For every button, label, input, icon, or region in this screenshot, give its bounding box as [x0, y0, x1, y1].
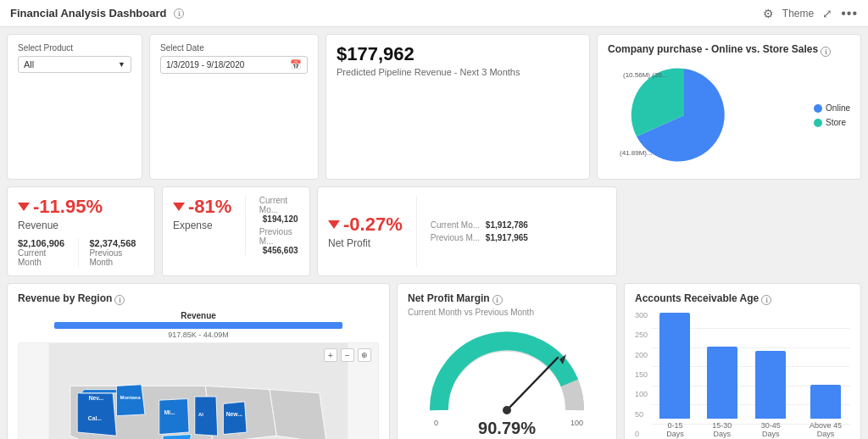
- pie-container: (10.56M) (20... (41.89M)... Online Store: [608, 60, 850, 170]
- bar-15-30: 15-30 Days: [704, 347, 741, 438]
- netprofit-card: -0.27% Net Profit Current Mo... $1,912,7…: [317, 186, 617, 276]
- map-area: Cal... Nev... Montana Mi... New... Flori…: [18, 342, 379, 439]
- ar-card: Accounts Receivable Age ℹ 300 250 200 15…: [624, 283, 861, 439]
- netprofit-curr-label: Current Mo...: [431, 220, 480, 230]
- expense-card: -81% Expense Current Mo... $194,120 Prev…: [162, 186, 310, 276]
- theme-label[interactable]: Theme: [782, 8, 814, 19]
- map-bar: [54, 322, 343, 329]
- netprofit-current: Current Mo... $1,912,786: [431, 220, 528, 230]
- legend-store: Store: [814, 118, 850, 127]
- svg-text:Montana: Montana: [120, 395, 142, 400]
- revenue-prev: $2,374,568 Previous Month: [89, 238, 144, 267]
- bar-chart-container: 300 250 200 150 100 50 0: [635, 311, 850, 438]
- legend-dot-online: [814, 104, 822, 113]
- select-product-card: Select Product All ▼: [7, 34, 142, 180]
- mid-row: -11.95% Revenue $2,106,906 Current Month…: [7, 186, 861, 276]
- expense-label: Expense: [173, 220, 231, 231]
- map-controls: + − ⊕: [324, 348, 371, 362]
- svg-text:(41.89M)...: (41.89M)...: [620, 149, 653, 157]
- svg-text:0: 0: [434, 419, 438, 427]
- revenue-prev-label: Previous Month: [89, 248, 144, 267]
- pie-info-icon[interactable]: ℹ: [821, 47, 831, 57]
- margin-subtitle: Current Month vs Previous Month: [408, 308, 606, 317]
- map-zoom-in[interactable]: +: [324, 348, 337, 362]
- more-icon[interactable]: •••: [841, 6, 858, 21]
- revenue-pct: -11.95%: [33, 196, 103, 218]
- svg-text:Cal...: Cal...: [88, 415, 102, 421]
- margin-card: Net Profit Margin ℹ Current Month vs Pre…: [397, 283, 617, 439]
- pipeline-card: $177,962 Predicted Pipeline Revenue - Ne…: [326, 34, 590, 180]
- y-100: 100: [635, 390, 648, 398]
- calendar-icon: 📅: [290, 59, 302, 70]
- y-150: 150: [635, 370, 648, 379]
- pipeline-label: Predicted Pipeline Revenue - Next 3 Mont…: [337, 67, 579, 77]
- region-info-icon[interactable]: ℹ: [114, 295, 125, 305]
- expense-inner: -81% Expense Current Mo... $194,120 Prev…: [173, 196, 299, 255]
- bar-above-45-rect: [810, 385, 841, 419]
- svg-text:Al: Al: [198, 412, 203, 417]
- select-product-dropdown[interactable]: All ▼: [18, 56, 131, 73]
- margin-title: Net Profit Margin: [408, 292, 490, 304]
- bar-30-45-rect: [755, 351, 786, 419]
- netprofit-down-icon: [328, 220, 340, 229]
- pie-chart-card: Company purchase - Online vs. Store Sale…: [597, 34, 861, 180]
- netprofit-pct: -0.27%: [343, 214, 403, 236]
- expense-prev-label: Previous M...: [259, 227, 292, 246]
- gauge-container: 0 100 90.79%: [408, 325, 606, 438]
- netprofit-left: -0.27% Net Profit: [328, 214, 403, 249]
- divider: [78, 238, 79, 267]
- netprofit-prev: Previous M... $1,917,965: [431, 233, 528, 242]
- dashboard: Select Product All ▼ Select Date 1/3/201…: [0, 27, 868, 439]
- netprofit-label: Net Profit: [328, 237, 403, 249]
- select-product-label: Select Product: [18, 43, 131, 53]
- bar-above-45: Above 45 Days: [801, 385, 850, 438]
- expense-left: -81% Expense: [173, 196, 231, 255]
- netprofit-prev-val: $1,917,965: [486, 233, 528, 242]
- pie-chart: (10.56M) (20... (41.89M)...: [608, 60, 760, 170]
- netprofit-curr-val: $1,912,786: [486, 220, 528, 230]
- svg-text:100: 100: [570, 419, 583, 427]
- bottom-row: Revenue by Region ℹ Revenue 917.85K - 44…: [7, 283, 861, 439]
- revenue-prev-val: $2,374,568: [89, 238, 144, 248]
- ar-info-icon[interactable]: ℹ: [761, 295, 771, 305]
- expense-down-icon: [173, 203, 185, 211]
- expand-icon[interactable]: ⤢: [822, 7, 832, 20]
- app-header: Financial Analysis Dashboard ℹ ⚙ Theme ⤢…: [0, 0, 868, 27]
- revenue-current-val: $2,106,906: [18, 238, 68, 248]
- bar-0-15: 0-15 Days: [659, 313, 692, 438]
- revenue-current: $2,106,906 Current Month: [18, 238, 68, 267]
- svg-text:Mi...: Mi...: [164, 409, 175, 415]
- bar-15-30-rect: [707, 347, 737, 419]
- region-card: Revenue by Region ℹ Revenue 917.85K - 44…: [7, 283, 390, 439]
- map-bar-title: Revenue: [18, 311, 379, 320]
- y-axis: 300 250 200 150 100 50 0: [635, 311, 648, 438]
- expense-pct: -81%: [188, 196, 231, 218]
- revenue-card: -11.95% Revenue $2,106,906 Current Month…: [7, 186, 155, 276]
- legend-dot-store: [814, 119, 822, 127]
- expense-prev-val: $456,603: [263, 246, 298, 255]
- pipeline-value: $177,962: [337, 43, 579, 65]
- gear-icon[interactable]: ⚙: [763, 7, 774, 20]
- margin-info-icon[interactable]: ℹ: [492, 295, 503, 305]
- bar-chart: 0-15 Days 15-30 Days 30-45 Days Above 45…: [655, 311, 850, 438]
- svg-text:New...: New...: [226, 411, 242, 417]
- svg-text:Nev...: Nev...: [89, 395, 104, 401]
- expense-prev: Previous M... $456,603: [259, 227, 299, 255]
- pie-title: Company purchase - Online vs. Store Sale…: [608, 43, 818, 55]
- revenue-sub: $2,106,906 Current Month $2,374,568 Prev…: [18, 238, 144, 267]
- header-left: Financial Analysis Dashboard ℹ: [10, 7, 184, 19]
- map-reset[interactable]: ⊕: [358, 348, 371, 362]
- expense-curr-val: $194,120: [263, 214, 298, 224]
- bar-30-45-label: 30-45 Days: [753, 421, 790, 438]
- legend-label-online: Online: [826, 103, 850, 113]
- date-input[interactable]: 1/3/2019 - 9/18/2020 📅: [160, 56, 308, 74]
- header-right: ⚙ Theme ⤢ •••: [763, 6, 858, 21]
- info-icon[interactable]: ℹ: [174, 8, 184, 19]
- page-title: Financial Analysis Dashboard: [10, 7, 166, 19]
- pie-spacer: [624, 186, 861, 276]
- map-zoom-out[interactable]: −: [341, 348, 354, 362]
- map-bar-range: 917.85K - 44.09M: [18, 331, 379, 339]
- netprofit-divider: [416, 196, 417, 267]
- y-250: 250: [635, 331, 648, 339]
- y-0: 0: [635, 430, 648, 438]
